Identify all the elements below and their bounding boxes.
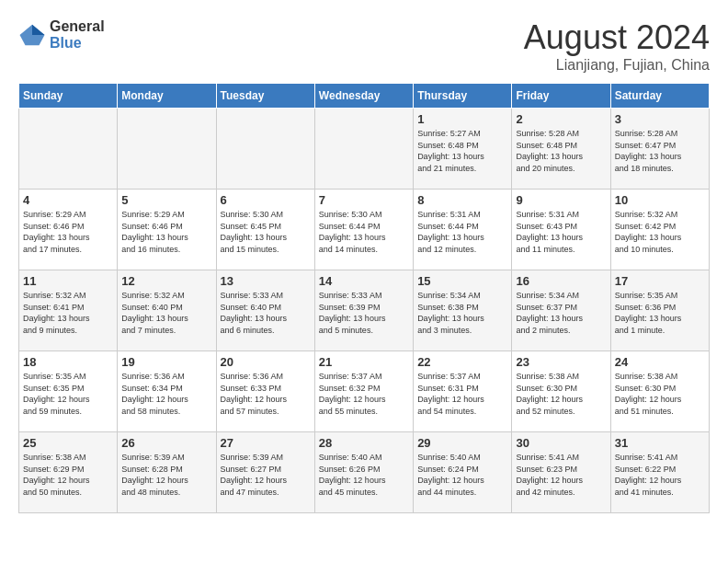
day-number: 24 [615,355,705,369]
svg-marker-1 [32,24,45,34]
day-info: Sunrise: 5:27 AM Sunset: 6:48 PM Dayligh… [417,128,507,174]
calendar-day-cell [314,109,413,190]
calendar-day-cell: 30Sunrise: 5:41 AM Sunset: 6:23 PM Dayli… [512,432,610,513]
logo-text: General Blue [50,18,105,51]
day-number: 25 [23,436,113,450]
weekday-thursday: Thursday [414,84,512,109]
day-info: Sunrise: 5:39 AM Sunset: 6:27 PM Dayligh… [221,452,311,498]
weekday-monday: Monday [118,84,216,109]
day-number: 27 [221,436,311,450]
day-number: 10 [615,193,705,207]
day-info: Sunrise: 5:39 AM Sunset: 6:28 PM Dayligh… [121,452,211,498]
calendar-day-cell: 26Sunrise: 5:39 AM Sunset: 6:28 PM Dayli… [118,432,216,513]
day-info: Sunrise: 5:31 AM Sunset: 6:43 PM Dayligh… [516,209,606,255]
day-info: Sunrise: 5:29 AM Sunset: 6:46 PM Dayligh… [121,209,211,255]
day-info: Sunrise: 5:41 AM Sunset: 6:22 PM Dayligh… [615,452,705,498]
calendar-day-cell: 29Sunrise: 5:40 AM Sunset: 6:24 PM Dayli… [414,432,512,513]
logo-blue: Blue [50,35,105,52]
calendar-table: SundayMondayTuesdayWednesdayThursdayFrid… [18,83,710,513]
day-number: 13 [221,274,311,288]
calendar-day-cell: 25Sunrise: 5:38 AM Sunset: 6:29 PM Dayli… [19,432,118,513]
calendar-day-cell: 23Sunrise: 5:38 AM Sunset: 6:30 PM Dayli… [512,351,610,432]
calendar-day-cell: 19Sunrise: 5:36 AM Sunset: 6:34 PM Dayli… [118,351,216,432]
calendar-day-cell: 6Sunrise: 5:30 AM Sunset: 6:45 PM Daylig… [216,190,314,270]
calendar-day-cell: 17Sunrise: 5:35 AM Sunset: 6:36 PM Dayli… [610,270,709,351]
day-info: Sunrise: 5:37 AM Sunset: 6:31 PM Dayligh… [417,371,507,417]
day-info: Sunrise: 5:36 AM Sunset: 6:33 PM Dayligh… [221,371,311,417]
calendar-header: SundayMondayTuesdayWednesdayThursdayFrid… [19,84,710,109]
logo-icon [18,21,46,49]
weekday-saturday: Saturday [610,84,709,109]
day-info: Sunrise: 5:28 AM Sunset: 6:47 PM Dayligh… [615,128,705,174]
day-number: 4 [23,193,113,207]
weekday-row: SundayMondayTuesdayWednesdayThursdayFrid… [19,84,710,109]
calendar-day-cell: 27Sunrise: 5:39 AM Sunset: 6:27 PM Dayli… [216,432,314,513]
day-info: Sunrise: 5:33 AM Sunset: 6:40 PM Dayligh… [221,290,311,336]
calendar-day-cell: 4Sunrise: 5:29 AM Sunset: 6:46 PM Daylig… [19,190,118,270]
title-area: August 2024 Lianjiang, Fujian, China [524,18,710,74]
calendar-day-cell: 18Sunrise: 5:35 AM Sunset: 6:35 PM Dayli… [19,351,118,432]
day-info: Sunrise: 5:32 AM Sunset: 6:40 PM Dayligh… [121,290,211,336]
day-number: 2 [516,112,606,126]
day-info: Sunrise: 5:34 AM Sunset: 6:38 PM Dayligh… [417,290,507,336]
calendar-day-cell: 28Sunrise: 5:40 AM Sunset: 6:26 PM Dayli… [314,432,413,513]
day-number: 5 [121,193,211,207]
calendar-day-cell: 13Sunrise: 5:33 AM Sunset: 6:40 PM Dayli… [216,270,314,351]
day-number: 20 [221,355,311,369]
calendar-body: 1Sunrise: 5:27 AM Sunset: 6:48 PM Daylig… [19,109,710,513]
day-info: Sunrise: 5:35 AM Sunset: 6:36 PM Dayligh… [615,290,705,336]
calendar-day-cell: 22Sunrise: 5:37 AM Sunset: 6:31 PM Dayli… [414,351,512,432]
calendar-day-cell: 14Sunrise: 5:33 AM Sunset: 6:39 PM Dayli… [314,270,413,351]
logo: General Blue [18,18,105,51]
day-number: 9 [516,193,606,207]
day-number: 26 [121,436,211,450]
day-info: Sunrise: 5:40 AM Sunset: 6:26 PM Dayligh… [319,452,409,498]
day-info: Sunrise: 5:28 AM Sunset: 6:48 PM Dayligh… [516,128,606,174]
day-info: Sunrise: 5:37 AM Sunset: 6:32 PM Dayligh… [319,371,409,417]
day-number: 18 [23,355,113,369]
day-info: Sunrise: 5:41 AM Sunset: 6:23 PM Dayligh… [516,452,606,498]
day-info: Sunrise: 5:29 AM Sunset: 6:46 PM Dayligh… [23,209,113,255]
day-number: 22 [417,355,507,369]
day-info: Sunrise: 5:38 AM Sunset: 6:29 PM Dayligh… [23,452,113,498]
day-number: 8 [417,193,507,207]
calendar-week-row: 4Sunrise: 5:29 AM Sunset: 6:46 PM Daylig… [19,190,710,270]
day-info: Sunrise: 5:35 AM Sunset: 6:35 PM Dayligh… [23,371,113,417]
day-number: 3 [615,112,705,126]
day-number: 21 [319,355,409,369]
day-number: 7 [319,193,409,207]
calendar-day-cell [118,109,216,190]
calendar-week-row: 25Sunrise: 5:38 AM Sunset: 6:29 PM Dayli… [19,432,710,513]
location-subtitle: Lianjiang, Fujian, China [524,57,710,74]
day-info: Sunrise: 5:38 AM Sunset: 6:30 PM Dayligh… [615,371,705,417]
calendar-day-cell: 16Sunrise: 5:34 AM Sunset: 6:37 PM Dayli… [512,270,610,351]
day-number: 19 [121,355,211,369]
day-number: 15 [417,274,507,288]
day-number: 17 [615,274,705,288]
weekday-friday: Friday [512,84,610,109]
calendar-day-cell: 5Sunrise: 5:29 AM Sunset: 6:46 PM Daylig… [118,190,216,270]
calendar-day-cell [216,109,314,190]
calendar-week-row: 18Sunrise: 5:35 AM Sunset: 6:35 PM Dayli… [19,351,710,432]
calendar-day-cell: 15Sunrise: 5:34 AM Sunset: 6:38 PM Dayli… [414,270,512,351]
calendar-day-cell: 21Sunrise: 5:37 AM Sunset: 6:32 PM Dayli… [314,351,413,432]
day-info: Sunrise: 5:38 AM Sunset: 6:30 PM Dayligh… [516,371,606,417]
day-number: 31 [615,436,705,450]
day-number: 30 [516,436,606,450]
day-number: 1 [417,112,507,126]
day-number: 12 [121,274,211,288]
weekday-wednesday: Wednesday [314,84,413,109]
calendar-day-cell: 24Sunrise: 5:38 AM Sunset: 6:30 PM Dayli… [610,351,709,432]
calendar-day-cell: 1Sunrise: 5:27 AM Sunset: 6:48 PM Daylig… [414,109,512,190]
day-info: Sunrise: 5:33 AM Sunset: 6:39 PM Dayligh… [319,290,409,336]
day-number: 28 [319,436,409,450]
calendar-day-cell: 20Sunrise: 5:36 AM Sunset: 6:33 PM Dayli… [216,351,314,432]
day-number: 29 [417,436,507,450]
day-info: Sunrise: 5:36 AM Sunset: 6:34 PM Dayligh… [121,371,211,417]
calendar-day-cell: 7Sunrise: 5:30 AM Sunset: 6:44 PM Daylig… [314,190,413,270]
calendar-day-cell: 11Sunrise: 5:32 AM Sunset: 6:41 PM Dayli… [19,270,118,351]
calendar-week-row: 1Sunrise: 5:27 AM Sunset: 6:48 PM Daylig… [19,109,710,190]
calendar-day-cell: 12Sunrise: 5:32 AM Sunset: 6:40 PM Dayli… [118,270,216,351]
calendar-day-cell: 10Sunrise: 5:32 AM Sunset: 6:42 PM Dayli… [610,190,709,270]
calendar-day-cell: 31Sunrise: 5:41 AM Sunset: 6:22 PM Dayli… [610,432,709,513]
